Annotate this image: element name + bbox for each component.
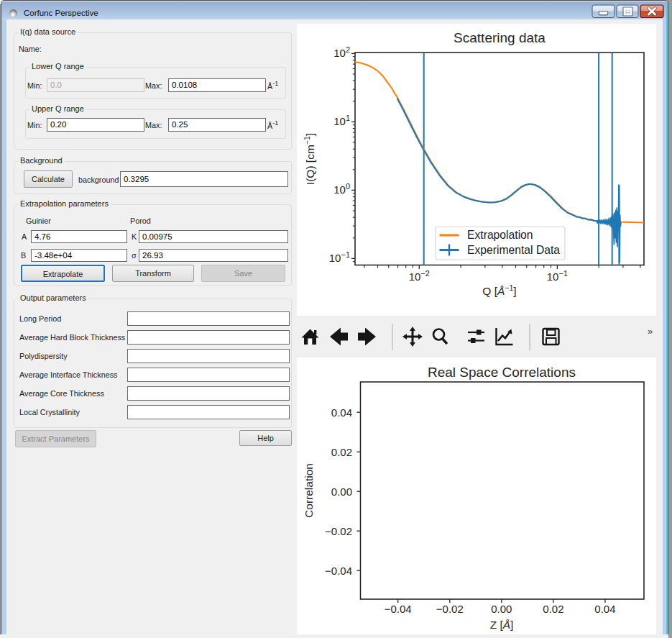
- svg-text:−0.04: −0.04: [325, 565, 352, 577]
- svg-text:Extrapolation: Extrapolation: [467, 229, 533, 241]
- svg-text:0.02: 0.02: [543, 603, 563, 615]
- svg-text:0.02: 0.02: [331, 446, 352, 458]
- svg-text:0.04: 0.04: [594, 603, 615, 615]
- svg-text:0.04: 0.04: [331, 406, 352, 419]
- svg-text:0.00: 0.00: [331, 486, 352, 498]
- svg-text:Z [Å]: Z [Å]: [490, 619, 514, 631]
- svg-text:Real Space Correlations: Real Space Correlations: [428, 365, 576, 380]
- svg-text:−0.02: −0.02: [436, 603, 464, 615]
- svg-text:Scattering data: Scattering data: [454, 30, 546, 45]
- svg-text:0.00: 0.00: [491, 603, 512, 615]
- svg-text:Experimental Data: Experimental Data: [467, 244, 560, 256]
- svg-text:−0.04: −0.04: [385, 603, 412, 615]
- svg-text:Correlation: Correlation: [303, 463, 315, 518]
- svg-text:−0.02: −0.02: [325, 525, 352, 537]
- svg-text:»: »: [648, 326, 653, 337]
